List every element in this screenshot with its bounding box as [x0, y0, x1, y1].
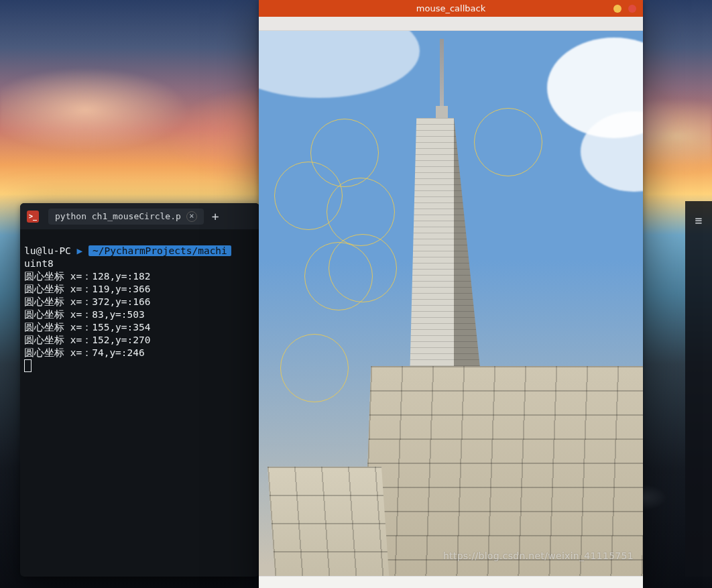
- building-base: [361, 366, 643, 576]
- drawn-circle: [474, 108, 542, 176]
- terminal-window: >_ python ch1_mouseCircle.p × + lu@lu-PC…: [20, 203, 259, 577]
- terminal-icon: >_: [27, 211, 39, 223]
- terminal-line: 圆心坐标 x=：155,y=:354: [24, 322, 151, 333]
- image-window-title: mouse_callback: [416, 3, 485, 13]
- side-panel: ≡: [685, 201, 712, 577]
- terminal-line: 圆心坐标 x=：74,y=:246: [24, 347, 145, 358]
- building-tower: [409, 118, 484, 406]
- close-icon[interactable]: ×: [186, 211, 197, 222]
- minimize-icon[interactable]: [613, 5, 621, 13]
- terminal-line: 圆心坐标 x=：372,y=:166: [24, 296, 151, 307]
- terminal-body[interactable]: lu@lu-PC ▶ ~/PycharmProjects/machi uint8…: [20, 229, 259, 577]
- terminal-titlebar[interactable]: >_ python ch1_mouseCircle.p × +: [20, 203, 259, 229]
- terminal-line: 圆心坐标 x=：128,y=:182: [24, 271, 151, 282]
- terminal-cursor: [24, 359, 32, 372]
- hamburger-icon[interactable]: ≡: [685, 213, 712, 227]
- image-window-titlebar[interactable]: mouse_callback: [259, 0, 643, 17]
- image-window: mouse_callback https://blog.csdn.net/wei…: [259, 0, 643, 588]
- new-tab-button[interactable]: +: [212, 209, 219, 223]
- building-left: [268, 467, 394, 576]
- prompt-path: ~/PycharmProjects/machi: [88, 245, 231, 256]
- terminal-line: 圆心坐标 x=：152,y=:270: [24, 335, 151, 345]
- image-window-toolbar: [259, 17, 643, 31]
- terminal-line: uint8: [24, 258, 54, 269]
- terminal-line: 圆心坐标 x=：119,y=:366: [24, 284, 151, 294]
- prompt-user: lu@lu-PC: [24, 245, 71, 256]
- image-status-bar: (x=2, y=316) ~ R:113 G:162 B:218: [259, 576, 643, 588]
- building-spire: [440, 39, 444, 126]
- close-window-icon[interactable]: [628, 5, 636, 13]
- image-canvas[interactable]: https://blog.csdn.net/weixin_41115751: [259, 31, 643, 576]
- terminal-tab[interactable]: python ch1_mouseCircle.p ×: [48, 209, 204, 225]
- terminal-line: 圆心坐标 x=：83,y=:503: [24, 309, 145, 320]
- drawn-circle: [280, 334, 349, 402]
- cloud: [259, 31, 420, 98]
- drawn-circle: [274, 162, 343, 230]
- terminal-tab-label: python ch1_mouseCircle.p: [55, 211, 181, 221]
